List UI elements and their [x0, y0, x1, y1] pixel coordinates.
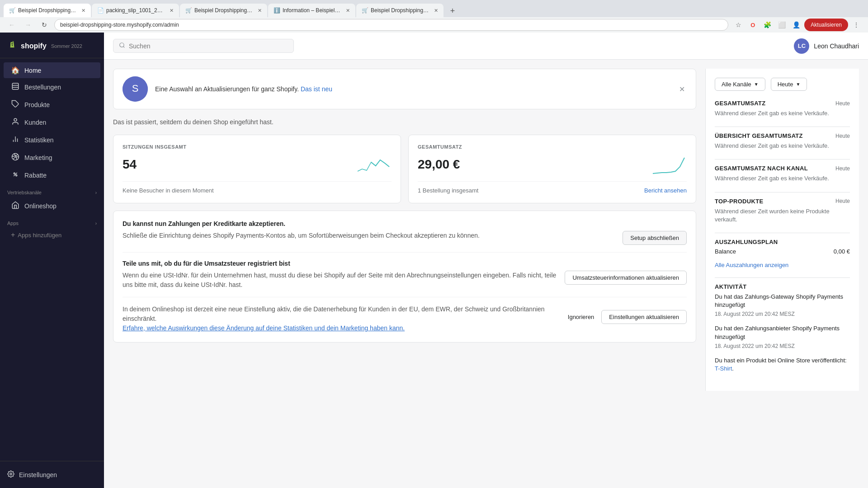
main-content: LC Leon Chaudhari S Eine Auswahl an Aktu… [104, 33, 868, 488]
svg-point-13 [120, 43, 124, 47]
browser-tab-3[interactable]: 🛒 Beispiel Dropshipping Store · ✕ [180, 4, 267, 17]
user-area: LC Leon Chaudhari [794, 38, 859, 54]
tab-title-2: packing_slip_1001_20220818... [106, 7, 165, 14]
search-input[interactable] [129, 42, 288, 50]
tab-favicon-5: 🛒 [362, 7, 368, 14]
activity-title: AKTIVITÄT [715, 283, 747, 290]
shopify-logo: shopify [7, 40, 47, 52]
tab-close-1[interactable]: ✕ [81, 8, 85, 14]
sessions-value-row: 54 [123, 153, 392, 176]
tab-close-4[interactable]: ✕ [346, 8, 350, 14]
back-button[interactable]: ← [5, 19, 18, 31]
browser-tab-1[interactable]: 🛒 Beispiel Dropshipping Store · ✕ [4, 4, 91, 17]
address-text: beispiel-dropshipping-store.myshopify.co… [60, 22, 179, 28]
revenue-value: 29,00 € [418, 157, 460, 172]
sidebar-item-customers[interactable]: Kunden [4, 114, 100, 131]
tab-close-5[interactable]: ✕ [434, 8, 438, 14]
sales-channels-section: Vertriebskanäle › [0, 184, 104, 197]
tab-close-3[interactable]: ✕ [258, 8, 262, 14]
browser-tab-5[interactable]: 🛒 Beispiel Dropshipping Store ✕ [356, 4, 443, 17]
activity-text-2: Du hat den Zahlungsanbieter Shopify Paym… [715, 324, 850, 341]
data-link[interactable]: Erfahre, welche Auswirkungen diese Änder… [123, 324, 405, 332]
setup-button[interactable]: Setup abschließen [623, 231, 687, 245]
sidebar-item-analytics-label: Statistiken [24, 136, 54, 144]
info-bar-text: Das ist passiert, seitdem du deinen Shop… [113, 118, 274, 126]
revenue-label: GESAMTUMSATZ [418, 144, 687, 150]
data-actions: Ignorieren Einstellungen aktualisieren [564, 310, 687, 324]
orders-icon [11, 82, 20, 92]
sessions-label: SITZUNGEN INSGESAMT [123, 144, 392, 150]
channels-filter-chevron: ▼ [754, 82, 759, 87]
svg-point-12 [10, 473, 12, 475]
reload-button[interactable]: ↻ [38, 19, 51, 31]
update-button[interactable]: Aktualisieren [804, 19, 848, 31]
date-filter[interactable]: Heute ▼ [771, 78, 807, 91]
date-filter-chevron: ▼ [796, 82, 800, 87]
new-tab-button[interactable]: + [446, 5, 459, 17]
settings-icon [7, 470, 14, 479]
extensions-icon[interactable]: 🧩 [761, 19, 774, 31]
activity-text-1: Du hat das Zahlungs-Gateway Shopify Paym… [715, 293, 850, 309]
sales-channels-chevron[interactable]: › [95, 190, 97, 195]
revenue-report-link[interactable]: Bericht ansehen [644, 187, 687, 194]
opera-icon[interactable]: O [746, 19, 759, 31]
menu-icon[interactable]: ⋮ [850, 19, 863, 31]
tab-close-2[interactable]: ✕ [170, 8, 174, 14]
sidebar-header: shopify Sommer 2022 [0, 33, 104, 58]
tax-text: Wenn du eine USt-IdNr. für dein Unterneh… [123, 271, 557, 290]
sidebar-item-online-store[interactable]: Onlineshop [4, 197, 100, 215]
address-bar[interactable]: beispiel-dropshipping-store.myshopify.co… [54, 19, 728, 31]
right-panel-payout: AUSZAHLUNGSPLAN Balance 0,00 € Alle Ausz… [715, 239, 850, 268]
apps-chevron[interactable]: › [95, 221, 97, 226]
add-apps-plus-icon: + [11, 231, 15, 239]
screenshot-icon[interactable]: ⬜ [775, 19, 788, 31]
activity-text-3: Du hast ein Produkt bei Online Store ver… [715, 357, 850, 373]
user-profile-icon[interactable]: 👤 [790, 19, 802, 31]
gesamtumsatz-header: GESAMTUMSATZ Heute [715, 100, 850, 107]
apps-title: Apps [7, 221, 19, 226]
nach-kanal-header: GESAMTUMSATZ NACH KANAL Heute [715, 165, 850, 172]
svg-point-4 [14, 118, 17, 121]
apps-section: Apps › [0, 215, 104, 228]
channels-filter-label: Alle Kanäle [722, 81, 751, 88]
sidebar-item-analytics[interactable]: Statistiken [4, 131, 100, 149]
bookmark-icon[interactable]: ☆ [732, 19, 745, 31]
svg-line-11 [14, 173, 17, 176]
revenue-card: GESAMTUMSATZ 29,00 € 1 Bestellung insges… [408, 135, 696, 203]
ignore-button[interactable]: Ignorieren [564, 310, 598, 324]
toolbar-actions: ☆ O 🧩 ⬜ 👤 Aktualisieren ⋮ [732, 19, 863, 31]
search-bar[interactable] [113, 39, 294, 53]
payout-header: AUSZAHLUNGSPLAN [715, 239, 850, 245]
forward-button[interactable]: → [22, 19, 34, 31]
analytics-icon [11, 135, 20, 145]
home-icon: 🏠 [11, 66, 20, 75]
data-update-button[interactable]: Einstellungen aktualisieren [601, 310, 687, 324]
sidebar-item-settings[interactable]: Einstellungen [4, 467, 100, 483]
date-filter-label: Heute [778, 81, 793, 88]
payments-text: Schließe die Einrichtung deines Shopify … [123, 231, 615, 240]
tax-update-button[interactable]: Umsatzsteuerinformationen aktualisieren [565, 271, 687, 285]
shopify-logo-icon [7, 40, 17, 52]
svg-text:S: S [132, 83, 139, 94]
sessions-footer-text: Keine Besucher in diesem Moment [123, 187, 214, 194]
marketing-icon [11, 153, 20, 163]
banner-link[interactable]: Das ist neu [301, 85, 332, 93]
channels-filter[interactable]: Alle Kanäle ▼ [715, 78, 765, 91]
browser-tab-2[interactable]: 📄 packing_slip_1001_20220818... ✕ [92, 4, 179, 17]
sidebar-item-orders[interactable]: Bestellungen [4, 79, 100, 96]
sidebar-item-products[interactable]: Produkte [4, 96, 100, 113]
store-season: Sommer 2022 [51, 43, 82, 49]
revenue-footer-text: 1 Bestellung insgesamt [418, 187, 478, 194]
browser-tab-4[interactable]: ℹ️ Information – Beispiel Dropshi... ✕ [268, 4, 355, 17]
banner-close-button[interactable]: ✕ [677, 83, 687, 95]
svg-point-10 [16, 175, 17, 176]
sidebar-item-home[interactable]: 🏠 Home [4, 62, 100, 78]
sidebar-item-marketing[interactable]: Marketing [4, 149, 100, 166]
add-apps-item[interactable]: + Apps hinzufügen [4, 228, 100, 242]
info-card: Du kannst nun Zahlungen per Kreditkarte … [113, 211, 696, 343]
all-payouts-link[interactable]: Alle Auszahlungen anzeigen [715, 262, 788, 268]
sidebar-item-discounts[interactable]: Rabatte [4, 167, 100, 184]
product-link[interactable]: T-Shirt [715, 365, 732, 372]
uebersicht-date: Heute [835, 133, 850, 139]
sessions-value: 54 [123, 157, 137, 172]
